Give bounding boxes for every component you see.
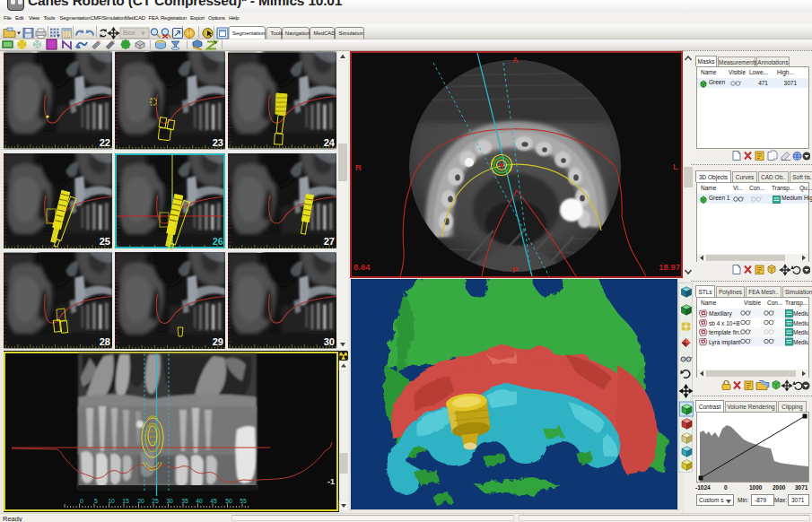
svg-text:30: 30 (166, 498, 173, 504)
svg-text:29: 29 (213, 336, 223, 347)
svg-text:18.97: 18.97 (659, 262, 680, 272)
svg-text:P: P (512, 265, 519, 274)
svg-text:25: 25 (152, 498, 159, 504)
svg-text:template fin..: template fin.. (709, 329, 742, 336)
svg-text:22: 22 (100, 137, 110, 148)
svg-text:R: R (355, 162, 362, 172)
svg-text:MedCAD: MedCAD (314, 30, 336, 36)
svg-text:Mediu: Mediu (793, 310, 808, 317)
svg-text:sb 4 x 10+B: sb 4 x 10+B (709, 320, 740, 326)
svg-text:40: 40 (196, 498, 203, 504)
svg-text:8.64: 8.64 (354, 262, 371, 272)
svg-text:Mediu: Mediu (793, 339, 808, 345)
svg-text:Simulation: Simulation (339, 30, 364, 36)
svg-text:10: 10 (108, 498, 115, 504)
svg-text:25: 25 (100, 236, 110, 247)
svg-text:-1: -1 (327, 477, 335, 486)
svg-text:Mediu: Mediu (793, 320, 808, 326)
svg-text:35: 35 (181, 498, 188, 504)
svg-text:26: 26 (213, 236, 223, 247)
svg-text:Mediu: Mediu (793, 329, 808, 335)
svg-text:Navigation: Navigation (285, 30, 310, 36)
svg-text:Segmentation: Segmentation (232, 30, 265, 36)
svg-text:45: 45 (210, 498, 217, 504)
svg-text:28: 28 (100, 336, 110, 347)
svg-text:15: 15 (122, 498, 129, 504)
svg-text:55: 55 (240, 498, 247, 504)
svg-text:23: 23 (213, 137, 223, 148)
svg-text:Box: Box (123, 29, 135, 37)
svg-text:30: 30 (324, 336, 335, 347)
svg-text:20: 20 (137, 498, 144, 504)
svg-text:27: 27 (324, 236, 335, 247)
svg-text:Tools: Tools (271, 30, 284, 36)
svg-text:5: 5 (94, 498, 98, 504)
svg-text:0: 0 (80, 498, 83, 504)
svg-text:A: A (512, 55, 519, 65)
svg-text:Lyra implant: Lyra implant (709, 339, 740, 346)
svg-text:50: 50 (225, 498, 232, 504)
svg-text:Maxillary: Maxillary (709, 310, 732, 318)
svg-text:24: 24 (324, 137, 336, 148)
